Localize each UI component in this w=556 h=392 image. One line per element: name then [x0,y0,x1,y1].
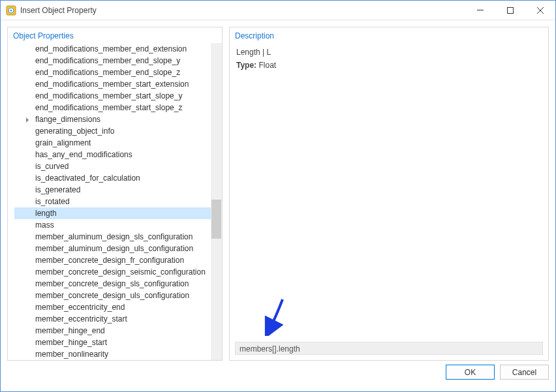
tree-item[interactable]: end_modifications_member_end_slope_z [14,67,211,78]
tree-item[interactable]: is_deactivated_for_calculation [14,172,211,184]
description-header: Description [230,27,548,43]
tree-item[interactable]: member_concrete_design_uls_configuration [14,290,211,301]
minimize-button[interactable] [465,1,495,20]
tree-item[interactable]: end_modifications_member_start_slope_z [14,102,211,113]
tree-item[interactable]: member_concrete_design_seismic_configura… [14,266,211,278]
description-name-line: Length | L [236,46,542,59]
tree-item[interactable]: end_modifications_member_end_slope_y [14,55,211,67]
tree-item[interactable]: member_concrete_design_sls_configuration [14,278,211,290]
description-body: Length | L Type: Float [230,43,548,74]
tree-item[interactable]: end_modifications_member_end_extension [14,43,211,55]
content-area: Object Properties end_modifications_memb… [1,20,555,365]
tree-item[interactable]: is_curved [14,160,211,172]
property-tree[interactable]: end_modifications_member_end_extensionen… [8,43,211,360]
property-path-field[interactable]: members[].length [235,342,543,355]
tree-item[interactable]: end_modifications_member_start_slope_y [14,90,211,102]
tree-item[interactable]: member_eccentricity_end [14,301,211,313]
tree-item[interactable]: member_eccentricity_start [14,313,211,325]
titlebar: Insert Object Property [1,1,555,20]
tree-item[interactable]: is_generated [14,184,211,196]
ok-button[interactable]: OK [446,365,495,380]
tree-item[interactable]: end_modifications_member_start_extension [14,78,211,90]
property-tree-wrapper: end_modifications_member_end_extensionen… [8,43,222,360]
window-controls [465,1,555,20]
scrollbar[interactable] [211,43,222,360]
svg-rect-4 [508,7,514,13]
tree-item[interactable]: flange_dimensions [14,113,211,125]
tree-item[interactable]: mass [14,219,211,231]
object-properties-header: Object Properties [8,27,222,43]
property-path-text: members[].length [239,344,300,354]
description-type-line: Type: Float [236,59,542,72]
tree-item[interactable]: has_any_end_modifications [14,149,211,160]
tree-item[interactable]: grain_alignment [14,137,211,149]
description-panel: Description Length | L Type: Float membe… [229,27,549,361]
close-button[interactable] [525,1,555,20]
tree-item[interactable]: is_rotated [14,196,211,207]
tree-item[interactable]: member_hinge_start [14,337,211,348]
cancel-button[interactable]: Cancel [500,365,549,380]
app-icon [6,5,16,16]
svg-rect-3 [477,10,484,10]
window-title: Insert Object Property [20,6,465,15]
type-label: Type: [236,61,256,70]
scrollbar-thumb[interactable] [211,200,221,239]
tree-item[interactable]: member_aluminum_design_sls_configuration [14,231,211,243]
maximize-button[interactable] [495,1,525,20]
svg-point-2 [10,9,12,11]
tree-item[interactable]: length [14,207,211,219]
tree-item[interactable]: member_concrete_design_fr_configuration [14,254,211,266]
object-properties-panel: Object Properties end_modifications_memb… [7,27,223,361]
tree-item[interactable]: member_hinge_end [14,325,211,337]
tree-item[interactable]: member_aluminum_design_uls_configuration [14,243,211,254]
tree-item[interactable]: generating_object_info [14,125,211,137]
dialog-footer: OK Cancel [1,365,555,386]
tree-item[interactable]: member_nonlinearity [14,348,211,360]
type-value: Float [256,61,276,70]
